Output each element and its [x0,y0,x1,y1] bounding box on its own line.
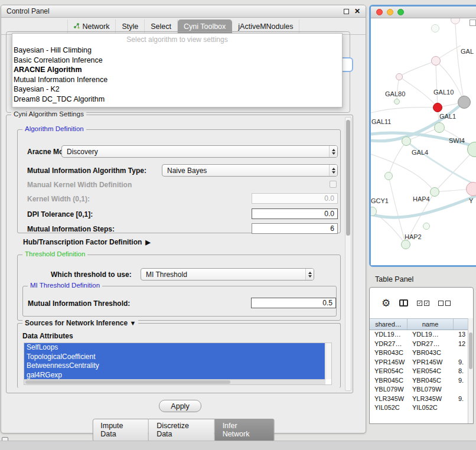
table-header-row: shared…name [370,318,473,330]
network-node-label: GAL80 [385,90,405,97]
deselect-all-checkboxes-icon[interactable] [438,301,451,306]
aracne-mode-combobox[interactable]: Discovery [61,145,338,158]
mi-algorithm-type-combobox[interactable]: Naive Bayes [162,164,338,177]
listbox-hscroll-thumb[interactable] [25,380,230,384]
close-panel-icon[interactable]: ✕ [354,8,360,15]
data-attributes-rows: SelfLoopsTopologicalCoefficientBetweenne… [24,343,325,380]
table-panel-window: ⚙ ✓ ✓ shared…name YDL19…YDL19…13YDR27…YD… [369,287,474,424]
settings-group-title: Cyni Algorithm Settings [11,110,86,118]
network-node[interactable] [396,73,403,80]
table-vertical-scrollbar[interactable] [468,318,473,423]
algorithm-popup-placeholder: Select algorithm to view settings [12,35,342,45]
network-node[interactable] [434,122,445,133]
window-close-button[interactable] [376,9,383,15]
threshold-definition-group: Threshold Definition Which threshold to … [17,255,341,321]
kernel-width-label: Kernel Width (0,1): [27,195,90,203]
network-node[interactable] [431,24,439,32]
data-attribute-item-gal4rgexp[interactable]: gal4RGexp [24,371,325,380]
algorithm-option-dream8-dc-tdc-algorithm[interactable]: Dream8 DC_TDC Algorithm [12,94,342,105]
network-node[interactable] [466,182,476,196]
mi-threshold-input[interactable]: 0.5 [251,298,336,308]
network-node[interactable] [384,172,393,180]
mi-steps-input[interactable]: 6 [252,223,338,234]
manual-kernel-width-checkbox [330,181,337,188]
table-row[interactable]: YBR043CYBR043C [370,348,473,358]
data-attribute-item-selfloops[interactable]: SelfLoops [24,343,325,353]
column-layout-icon[interactable] [399,299,408,306]
network-view-window: GAL80GAL10GALGAL11GAL1SWI4GAL4GCY1HAP4HA… [369,5,476,267]
bottom-tab-discretize-data[interactable]: Discretize Data [149,419,215,442]
hub-definition-expander[interactable]: Hub/Transcription Factor Definition ▶ [23,238,151,246]
network-node[interactable] [431,56,441,66]
sources-expander[interactable]: Sources for Network Inference ▼ [22,319,138,327]
window-zoom-button[interactable] [397,9,404,15]
algorithm-option-aracne-algorithm[interactable]: ARACNE Algorithm [12,65,342,75]
network-node-label: SWI4 [449,137,465,144]
listbox-horizontal-scrollbar[interactable] [24,379,325,384]
table-row[interactable]: YBR045CYBR045C9. [370,376,473,386]
apply-button[interactable]: Apply [159,400,201,412]
table-row[interactable]: YER054CYER054C8. [370,367,473,376]
table-row[interactable]: YDL19…YDL19…13 [370,330,473,340]
column-header-name[interactable]: name [407,319,454,330]
algorithm-option-bayesian-k2[interactable]: Bayesian - K2 [12,84,342,94]
gear-icon[interactable]: ⚙ [382,297,390,309]
checked-box-icon: ✓ [424,301,429,306]
network-node[interactable] [394,99,400,105]
bottom-tab-impute-data[interactable]: Impute Data [92,419,149,442]
table-row[interactable]: YLR345WYLR345W9. [370,394,473,404]
table-cell: YIL052C [370,403,407,413]
column-header-shared[interactable]: shared… [370,319,407,330]
combo-arrows-icon [329,165,337,176]
which-threshold-value: MI Threshold [146,270,303,279]
network-node-label: Y [469,197,473,204]
tab-label: Cyni Toolbox [184,22,226,31]
network-node-label: GAL [461,48,474,55]
listbox-vertical-scrollbar[interactable] [325,343,331,379]
algorithm-option-mutual-information-inference[interactable]: Mutual Information Inference [12,75,342,85]
table-panel-title: Table Panel [375,275,413,283]
network-canvas[interactable]: GAL80GAL10GALGAL11GAL1SWI4GAL4GCY1HAP4HA… [371,18,476,265]
sources-group: Sources for Network Inference ▼ Data Att… [17,323,341,388]
table-cell: YDL19… [407,330,454,340]
mi-algorithm-type-value: Naive Bayes [167,167,327,175]
algorithm-option-bayesian-hill-climbing[interactable]: Bayesian - Hill Climbing [12,45,342,56]
threshold-definition-title: Threshold Definition [22,250,87,257]
data-attribute-item-betweennesscentrality[interactable]: BetweennessCentrality [24,361,325,371]
dpi-tolerance-input[interactable]: 0.0 [252,208,338,219]
table-cell: YDR27… [407,340,454,349]
table-scrollbar-thumb[interactable] [469,332,472,369]
network-node[interactable] [430,187,439,197]
table-cell: YLR345W [370,394,407,404]
network-node[interactable] [402,136,411,146]
network-node[interactable] [433,103,442,112]
window-minimize-button[interactable] [387,9,393,15]
network-tab-icon [74,22,80,31]
which-threshold-combobox[interactable]: MI Threshold [141,268,314,281]
table-toolbar: ⚙ ✓ ✓ [370,288,473,318]
table-row[interactable]: YBL079WYBL079W [370,385,473,394]
algorithm-option-basic-correlation-inference[interactable]: Basic Correlation Inference [12,56,342,66]
bottom-tab-bar: Impute DataDiscretize DataInfer Network [92,419,275,442]
select-all-checkboxes-icon[interactable]: ✓ ✓ [417,301,429,306]
data-attribute-item-topologicalcoefficient[interactable]: TopologicalCoefficient [24,353,325,362]
table-body: YDL19…YDL19…13YDR27…YDR27…12YBR043CYBR04… [370,330,473,413]
network-node[interactable] [401,240,410,249]
float-panel-icon[interactable] [344,9,349,14]
status-bar [0,441,476,450]
settings-scrollbar[interactable] [345,117,351,391]
which-threshold-label: Which threshold to use: [51,270,132,279]
network-scrollbar-corner [470,19,476,26]
algorithm-dropdown-popup: Select algorithm to view settings Bayesi… [12,33,343,107]
table-row[interactable]: YDR27…YDR27…12 [370,340,473,349]
data-attributes-listbox: SelfLoopsTopologicalCoefficientBetweenne… [24,343,332,385]
settings-scrollbar-thumb[interactable] [346,120,350,236]
bottom-tab-infer-network[interactable]: Infer Network [215,419,275,442]
table-row[interactable]: YIL052CYIL052C [370,403,473,413]
network-node[interactable] [458,96,471,109]
network-node[interactable] [423,223,430,230]
tab-label: Select [151,22,171,31]
sources-title: Sources for Network Inference [25,319,128,327]
table-row[interactable]: YPR145WYPR145W9. [370,358,473,367]
hub-definition-label: Hub/Transcription Factor Definition [23,238,142,246]
